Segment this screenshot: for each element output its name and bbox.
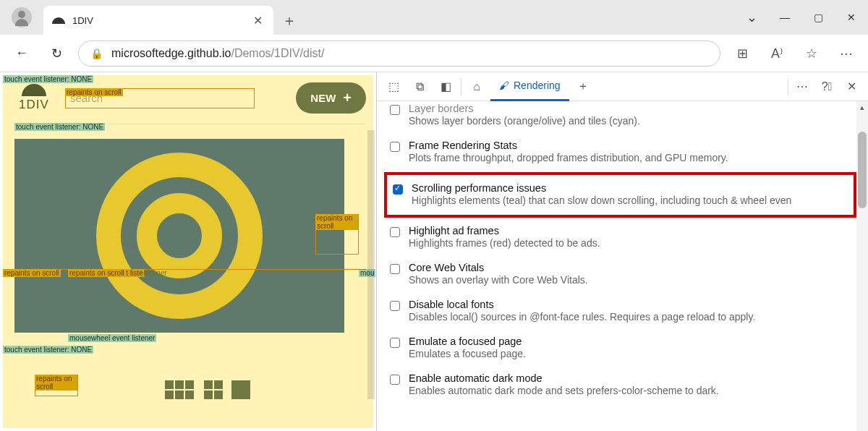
checkbox[interactable]: [393, 184, 403, 195]
page-viewport: touch event listener: NONE 1DIV repaints…: [0, 72, 376, 431]
tab-actions-chevron-icon[interactable]: ⌄: [735, 6, 768, 29]
option-frame-rendering-stats[interactable]: Frame Rendering StatsPlots frame through…: [377, 134, 868, 171]
help-icon[interactable]: ?⃝: [814, 74, 839, 99]
option-enable-automatic-dark-mode[interactable]: Enable automatic dark modeEnables automa…: [377, 367, 868, 404]
option-core-web-vitals[interactable]: Core Web VitalsShows an overlay with Cor…: [377, 256, 868, 293]
demo-stage: [14, 139, 344, 333]
grid-view-icon[interactable]: [165, 380, 194, 399]
checkbox[interactable]: [390, 301, 400, 311]
brush-icon: 🖌: [499, 80, 509, 91]
stage-scrollbar[interactable]: [367, 130, 375, 399]
checkbox[interactable]: [390, 227, 400, 237]
close-devtools-icon[interactable]: ✕: [839, 74, 864, 99]
devtools-panel: ⬚ ⧉ ◧ ⌂ 🖌 Rendering ＋ ⋯ ?⃝ ✕ ▴ Laye: [376, 72, 868, 431]
welcome-tab-icon[interactable]: ⌂: [464, 74, 489, 99]
url-text: microsoftedge.github.io/Demos/1DIV/dist/: [111, 47, 324, 60]
device-toggle-icon[interactable]: ⧉: [407, 74, 432, 99]
back-button[interactable]: ←: [9, 40, 35, 67]
option-scrolling-performance-issues[interactable]: Scrolling performance issuesHighlights e…: [387, 176, 854, 213]
single-view-icon[interactable]: [231, 380, 250, 399]
diag-touch-label: touch event listener: NONE: [3, 346, 93, 354]
window-maximize-button[interactable]: ▢: [801, 6, 835, 29]
window-close-button[interactable]: ✕: [835, 6, 868, 29]
diag-touch-label: touch event listener: NONE: [14, 123, 105, 131]
rendering-options-list: ▴ Layer bordersShows layer borders (oran…: [377, 101, 868, 431]
option-emulate-focused-page[interactable]: Emulate a focused pageEmulates a focused…: [377, 330, 868, 367]
plus-icon: +: [343, 90, 352, 106]
scrollbar-thumb[interactable]: [858, 132, 867, 208]
browser-tab[interactable]: 1DIV ✕: [43, 6, 273, 35]
diag-repaint-label: repaints on scroll: [3, 269, 61, 277]
tab-title: 1DIV: [72, 15, 243, 26]
url-input[interactable]: 🔒 microsoftedge.github.io/Demos/1DIV/dis…: [78, 40, 720, 67]
add-tab-button[interactable]: ＋: [571, 74, 595, 99]
checkbox[interactable]: [390, 375, 400, 385]
option-highlight-ad-frames[interactable]: Highlight ad framesHighlights frames (re…: [377, 219, 868, 256]
favorite-icon[interactable]: ☆: [799, 40, 825, 67]
columns-view-icon[interactable]: [204, 380, 223, 399]
tab-favicon: [52, 17, 65, 24]
tab-rendering[interactable]: 🖌 Rendering: [490, 72, 569, 101]
scroll-up-arrow-icon[interactable]: ▴: [856, 101, 868, 113]
devtools-tabbar: ⬚ ⧉ ◧ ⌂ 🖌 Rendering ＋ ⋯ ?⃝ ✕: [377, 72, 868, 101]
app-logo: 1DIV: [10, 84, 58, 112]
more-tools-icon[interactable]: ⋯: [790, 74, 814, 99]
diag-repaint-label: repaints on scroll t liste: [68, 269, 145, 277]
refresh-button[interactable]: ↻: [43, 40, 69, 67]
new-button[interactable]: NEW+: [296, 82, 366, 114]
lock-icon: 🔒: [90, 48, 103, 59]
window-minimize-button[interactable]: —: [768, 6, 801, 29]
checkbox[interactable]: [390, 264, 400, 274]
profile-avatar[interactable]: [12, 7, 32, 27]
diag-touch-label: touch event listener: NONE: [3, 75, 93, 83]
checkbox[interactable]: [390, 142, 400, 152]
read-aloud-icon[interactable]: A⁾: [764, 40, 790, 67]
new-tab-button[interactable]: ＋: [278, 11, 301, 30]
diag-repaint-box: repaints on scroll: [315, 214, 359, 255]
settings-menu-button[interactable]: ⋯: [833, 40, 859, 67]
search-input[interactable]: repaints on scroll search: [65, 88, 255, 108]
app-install-icon[interactable]: ⊞: [729, 40, 755, 67]
diag-mousewheel-label: mousewheel event listener: [68, 334, 156, 342]
address-bar: ← ↻ 🔒 microsoftedge.github.io/Demos/1DIV…: [0, 35, 868, 72]
option-disable-local-fonts[interactable]: Disable local fontsDisables local() sour…: [377, 293, 868, 330]
checkbox[interactable]: [390, 105, 400, 115]
annotation-highlight: Scrolling performance issuesHighlights e…: [384, 172, 856, 218]
window-titlebar: 1DIV ✕ ＋ ⌄ — ▢ ✕: [0, 0, 868, 35]
close-tab-icon[interactable]: ✕: [250, 14, 265, 27]
diag-repaint-box: repaints on scroll: [35, 375, 78, 396]
checkbox[interactable]: [390, 338, 400, 348]
inspect-icon[interactable]: ⬚: [381, 74, 406, 99]
dock-icon[interactable]: ◧: [433, 74, 458, 99]
option-layer-borders[interactable]: Layer bordersShows layer borders (orange…: [377, 101, 868, 134]
